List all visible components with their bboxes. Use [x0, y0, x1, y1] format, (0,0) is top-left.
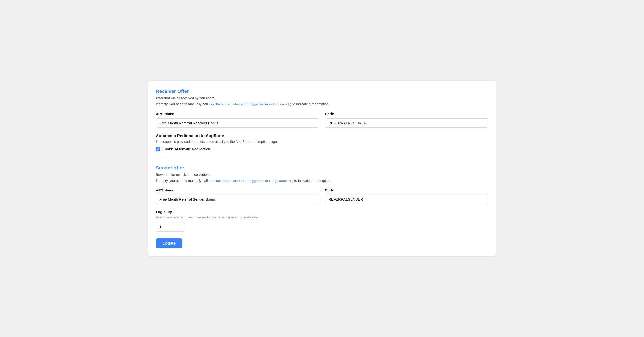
- receiver-offer-title: Receiver Offer: [156, 89, 488, 94]
- receiver-aps-input[interactable]: [156, 118, 319, 128]
- receiver-code-label: Code: [325, 112, 488, 116]
- eligibility-desc: How many referred users needed for the r…: [156, 215, 488, 219]
- receiver-trigger-link[interactable]: ReefReferral.shared.triggerReferralSucce…: [208, 103, 291, 106]
- sender-offer-desc2: If empty, you need to manually call Reef…: [156, 178, 488, 183]
- receiver-aps-group: APS Name: [156, 112, 319, 128]
- eligibility-input[interactable]: [156, 222, 185, 232]
- update-button[interactable]: Update: [156, 238, 182, 248]
- redirection-checkbox-row: Enable Automatic Redirection: [156, 147, 488, 151]
- main-card: Receiver Offer Offer that will be receiv…: [148, 81, 496, 256]
- auto-redirect-label[interactable]: Enable Automatic Redirection: [162, 147, 210, 151]
- sender-offer-title: Sender offer: [156, 165, 488, 171]
- receiver-fields-row: APS Name Code: [156, 112, 488, 128]
- receiver-offer-section: Receiver Offer Offer that will be receiv…: [156, 89, 488, 151]
- section-divider: [156, 158, 488, 158]
- sender-code-label: Code: [325, 188, 488, 192]
- sender-offer-desc2-prefix: If empty, you need to manually call: [156, 179, 208, 183]
- sender-offer-desc2-suffix: to indicate a redemption.: [293, 179, 331, 183]
- sender-trigger-link[interactable]: ReefReferral.shared.triggerReferringSucc…: [208, 179, 293, 183]
- receiver-offer-desc2-prefix: If empty, you need to manually call: [156, 102, 208, 106]
- sender-code-input[interactable]: [325, 195, 488, 204]
- auto-redirect-checkbox[interactable]: [156, 147, 160, 151]
- receiver-offer-desc2: If empty, you need to manually call Reef…: [156, 102, 488, 107]
- receiver-code-input[interactable]: [325, 118, 488, 128]
- sender-code-group: Code: [325, 188, 488, 204]
- receiver-offer-desc1: Offer that will be received by non-users…: [156, 96, 488, 101]
- receiver-offer-desc2-suffix: to indicate a redemption.: [292, 102, 330, 106]
- sender-aps-input[interactable]: [156, 195, 319, 204]
- sender-offer-section: Sender offer Reward offer unlocked once …: [156, 165, 488, 232]
- redirection-title: Automatic Redirection to AppStore: [156, 133, 488, 138]
- redirection-desc: If a coupon is provided, redirects autom…: [156, 140, 488, 144]
- sender-aps-label: APS Name: [156, 188, 319, 192]
- sender-offer-desc1: Reward offer unlocked once eligible.: [156, 172, 488, 177]
- receiver-code-group: Code: [325, 112, 488, 128]
- sender-fields-row: APS Name Code: [156, 188, 488, 204]
- eligibility-section: Eligibility How many referred users need…: [156, 210, 488, 232]
- receiver-aps-label: APS Name: [156, 112, 319, 116]
- eligibility-title: Eligibility: [156, 210, 488, 214]
- redirection-section: Automatic Redirection to AppStore If a c…: [156, 133, 488, 151]
- sender-aps-group: APS Name: [156, 188, 319, 204]
